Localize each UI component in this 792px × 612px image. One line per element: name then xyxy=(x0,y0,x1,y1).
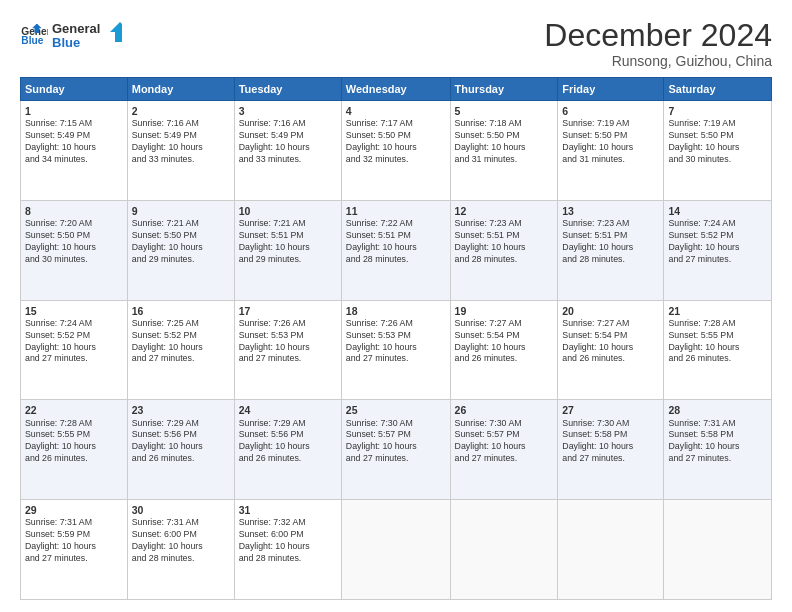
day-number: 1 xyxy=(25,104,123,118)
page: General Blue General Blue December 2024 … xyxy=(0,0,792,612)
day-info: Sunrise: 7:19 AM Sunset: 5:50 PM Dayligh… xyxy=(668,118,767,166)
day-info: Sunrise: 7:17 AM Sunset: 5:50 PM Dayligh… xyxy=(346,118,446,166)
header-sunday: Sunday xyxy=(21,78,128,101)
logo-svg: General Blue xyxy=(52,20,122,52)
calendar-cell: 12Sunrise: 7:23 AM Sunset: 5:51 PM Dayli… xyxy=(450,200,558,300)
week-row-4: 22Sunrise: 7:28 AM Sunset: 5:55 PM Dayli… xyxy=(21,400,772,500)
header: General Blue General Blue December 2024 … xyxy=(20,18,772,69)
header-wednesday: Wednesday xyxy=(341,78,450,101)
day-info: Sunrise: 7:25 AM Sunset: 5:52 PM Dayligh… xyxy=(132,318,230,366)
calendar-cell: 10Sunrise: 7:21 AM Sunset: 5:51 PM Dayli… xyxy=(234,200,341,300)
title-block: December 2024 Runsong, Guizhou, China xyxy=(544,18,772,69)
day-number: 23 xyxy=(132,403,230,417)
day-number: 16 xyxy=(132,304,230,318)
day-info: Sunrise: 7:27 AM Sunset: 5:54 PM Dayligh… xyxy=(562,318,659,366)
subtitle: Runsong, Guizhou, China xyxy=(544,53,772,69)
calendar-cell: 29Sunrise: 7:31 AM Sunset: 5:59 PM Dayli… xyxy=(21,500,128,600)
day-info: Sunrise: 7:22 AM Sunset: 5:51 PM Dayligh… xyxy=(346,218,446,266)
day-number: 30 xyxy=(132,503,230,517)
day-number: 2 xyxy=(132,104,230,118)
calendar-cell: 15Sunrise: 7:24 AM Sunset: 5:52 PM Dayli… xyxy=(21,300,128,400)
weekday-header-row: Sunday Monday Tuesday Wednesday Thursday… xyxy=(21,78,772,101)
calendar-cell xyxy=(558,500,664,600)
calendar-cell: 2Sunrise: 7:16 AM Sunset: 5:49 PM Daylig… xyxy=(127,101,234,201)
calendar-cell: 16Sunrise: 7:25 AM Sunset: 5:52 PM Dayli… xyxy=(127,300,234,400)
calendar-cell xyxy=(664,500,772,600)
day-info: Sunrise: 7:16 AM Sunset: 5:49 PM Dayligh… xyxy=(239,118,337,166)
header-saturday: Saturday xyxy=(664,78,772,101)
calendar-cell: 5Sunrise: 7:18 AM Sunset: 5:50 PM Daylig… xyxy=(450,101,558,201)
header-thursday: Thursday xyxy=(450,78,558,101)
calendar-cell: 17Sunrise: 7:26 AM Sunset: 5:53 PM Dayli… xyxy=(234,300,341,400)
logo: General Blue General Blue xyxy=(20,18,122,52)
day-number: 13 xyxy=(562,204,659,218)
header-tuesday: Tuesday xyxy=(234,78,341,101)
day-info: Sunrise: 7:26 AM Sunset: 5:53 PM Dayligh… xyxy=(239,318,337,366)
day-number: 8 xyxy=(25,204,123,218)
day-number: 15 xyxy=(25,304,123,318)
day-number: 24 xyxy=(239,403,337,417)
day-info: Sunrise: 7:23 AM Sunset: 5:51 PM Dayligh… xyxy=(455,218,554,266)
calendar-cell: 31Sunrise: 7:32 AM Sunset: 6:00 PM Dayli… xyxy=(234,500,341,600)
day-number: 14 xyxy=(668,204,767,218)
day-info: Sunrise: 7:30 AM Sunset: 5:57 PM Dayligh… xyxy=(455,418,554,466)
day-info: Sunrise: 7:28 AM Sunset: 5:55 PM Dayligh… xyxy=(25,418,123,466)
calendar-cell: 9Sunrise: 7:21 AM Sunset: 5:50 PM Daylig… xyxy=(127,200,234,300)
calendar-cell: 23Sunrise: 7:29 AM Sunset: 5:56 PM Dayli… xyxy=(127,400,234,500)
day-info: Sunrise: 7:26 AM Sunset: 5:53 PM Dayligh… xyxy=(346,318,446,366)
day-number: 5 xyxy=(455,104,554,118)
day-info: Sunrise: 7:24 AM Sunset: 5:52 PM Dayligh… xyxy=(668,218,767,266)
calendar-cell: 26Sunrise: 7:30 AM Sunset: 5:57 PM Dayli… xyxy=(450,400,558,500)
day-info: Sunrise: 7:29 AM Sunset: 5:56 PM Dayligh… xyxy=(239,418,337,466)
day-number: 17 xyxy=(239,304,337,318)
calendar-cell: 30Sunrise: 7:31 AM Sunset: 6:00 PM Dayli… xyxy=(127,500,234,600)
header-monday: Monday xyxy=(127,78,234,101)
day-number: 28 xyxy=(668,403,767,417)
calendar-cell: 13Sunrise: 7:23 AM Sunset: 5:51 PM Dayli… xyxy=(558,200,664,300)
calendar-cell xyxy=(450,500,558,600)
calendar-cell: 6Sunrise: 7:19 AM Sunset: 5:50 PM Daylig… xyxy=(558,101,664,201)
week-row-5: 29Sunrise: 7:31 AM Sunset: 5:59 PM Dayli… xyxy=(21,500,772,600)
calendar-cell: 25Sunrise: 7:30 AM Sunset: 5:57 PM Dayli… xyxy=(341,400,450,500)
calendar-cell: 21Sunrise: 7:28 AM Sunset: 5:55 PM Dayli… xyxy=(664,300,772,400)
calendar-cell: 18Sunrise: 7:26 AM Sunset: 5:53 PM Dayli… xyxy=(341,300,450,400)
day-number: 19 xyxy=(455,304,554,318)
day-info: Sunrise: 7:24 AM Sunset: 5:52 PM Dayligh… xyxy=(25,318,123,366)
day-number: 12 xyxy=(455,204,554,218)
header-friday: Friday xyxy=(558,78,664,101)
calendar-cell xyxy=(341,500,450,600)
calendar-cell: 24Sunrise: 7:29 AM Sunset: 5:56 PM Dayli… xyxy=(234,400,341,500)
day-info: Sunrise: 7:31 AM Sunset: 5:58 PM Dayligh… xyxy=(668,418,767,466)
svg-text:General: General xyxy=(52,21,100,36)
week-row-2: 8Sunrise: 7:20 AM Sunset: 5:50 PM Daylig… xyxy=(21,200,772,300)
month-title: December 2024 xyxy=(544,18,772,53)
day-info: Sunrise: 7:20 AM Sunset: 5:50 PM Dayligh… xyxy=(25,218,123,266)
day-number: 4 xyxy=(346,104,446,118)
calendar-cell: 22Sunrise: 7:28 AM Sunset: 5:55 PM Dayli… xyxy=(21,400,128,500)
day-info: Sunrise: 7:30 AM Sunset: 5:58 PM Dayligh… xyxy=(562,418,659,466)
day-number: 31 xyxy=(239,503,337,517)
calendar-cell: 28Sunrise: 7:31 AM Sunset: 5:58 PM Dayli… xyxy=(664,400,772,500)
calendar-table: Sunday Monday Tuesday Wednesday Thursday… xyxy=(20,77,772,600)
calendar-cell: 3Sunrise: 7:16 AM Sunset: 5:49 PM Daylig… xyxy=(234,101,341,201)
day-number: 21 xyxy=(668,304,767,318)
calendar-cell: 20Sunrise: 7:27 AM Sunset: 5:54 PM Dayli… xyxy=(558,300,664,400)
day-info: Sunrise: 7:21 AM Sunset: 5:50 PM Dayligh… xyxy=(132,218,230,266)
logo-icon: General Blue xyxy=(20,24,48,46)
day-number: 22 xyxy=(25,403,123,417)
day-number: 6 xyxy=(562,104,659,118)
svg-text:Blue: Blue xyxy=(52,35,80,50)
day-number: 27 xyxy=(562,403,659,417)
day-info: Sunrise: 7:30 AM Sunset: 5:57 PM Dayligh… xyxy=(346,418,446,466)
calendar-cell: 11Sunrise: 7:22 AM Sunset: 5:51 PM Dayli… xyxy=(341,200,450,300)
day-number: 29 xyxy=(25,503,123,517)
day-number: 11 xyxy=(346,204,446,218)
day-info: Sunrise: 7:16 AM Sunset: 5:49 PM Dayligh… xyxy=(132,118,230,166)
svg-text:Blue: Blue xyxy=(21,35,43,46)
week-row-1: 1Sunrise: 7:15 AM Sunset: 5:49 PM Daylig… xyxy=(21,101,772,201)
day-info: Sunrise: 7:32 AM Sunset: 6:00 PM Dayligh… xyxy=(239,517,337,565)
day-info: Sunrise: 7:15 AM Sunset: 5:49 PM Dayligh… xyxy=(25,118,123,166)
day-number: 26 xyxy=(455,403,554,417)
calendar-cell: 4Sunrise: 7:17 AM Sunset: 5:50 PM Daylig… xyxy=(341,101,450,201)
day-info: Sunrise: 7:19 AM Sunset: 5:50 PM Dayligh… xyxy=(562,118,659,166)
